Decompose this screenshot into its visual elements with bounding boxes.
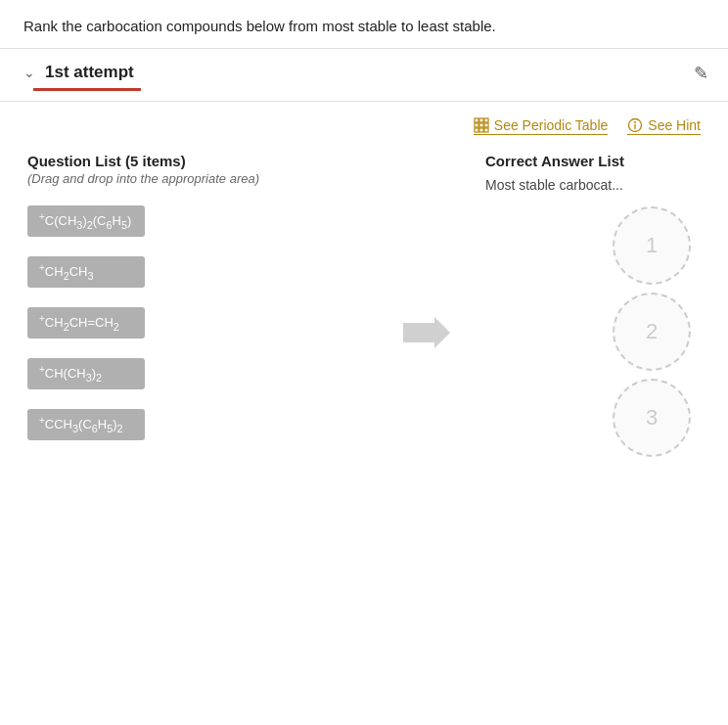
edit-icon[interactable]: ✎ (694, 63, 708, 84)
svg-rect-0 (475, 118, 478, 122)
compound-item-4[interactable]: +CH(CH3)2 (27, 358, 145, 389)
attempt-chevron-icon[interactable]: ⌄ (23, 65, 35, 80)
correct-answer-title: Correct Answer List (485, 153, 701, 169)
attempt-title: 1st attempt (45, 63, 134, 82)
left-panel: Question List (5 items) (Drag and drop i… (27, 153, 368, 457)
question-list-title: Question List (5 items) (27, 153, 368, 169)
svg-rect-4 (479, 123, 483, 127)
svg-rect-5 (484, 123, 488, 127)
compound-item-2[interactable]: +CH2CH3 (27, 256, 145, 288)
periodic-table-icon (474, 117, 489, 133)
svg-rect-2 (484, 118, 488, 122)
arrow-container (387, 153, 466, 457)
svg-rect-8 (484, 128, 488, 132)
compound-wrapper-3: +CH2CH=CH2 (27, 307, 368, 339)
compound-wrapper-4: +CH(CH3)2 (27, 358, 368, 389)
instruction-text: Rank the carbocation compounds below fro… (0, 0, 728, 49)
periodic-table-label: See Periodic Table (494, 117, 608, 133)
hint-button[interactable]: See Hint (627, 117, 701, 135)
attempt-underline (33, 88, 141, 91)
svg-rect-7 (479, 128, 483, 132)
question-list-subtitle: (Drag and drop into the appropriate area… (27, 171, 368, 186)
drop-zone-1-number: 1 (646, 233, 658, 258)
svg-point-10 (634, 121, 636, 123)
drop-zone-3[interactable]: 3 (613, 379, 691, 457)
drop-zone-1[interactable]: 1 (613, 206, 691, 285)
right-panel: Correct Answer List Most stable carbocat… (485, 153, 701, 457)
svg-rect-3 (475, 123, 478, 127)
hint-label: See Hint (648, 117, 701, 133)
compound-wrapper-2: +CH2CH3 (27, 256, 368, 288)
svg-marker-12 (403, 317, 450, 348)
compound-wrapper-1: +C(CH3)2(C6H5) (27, 205, 368, 237)
compound-items-list: +C(CH3)2(C6H5) +CH2CH3 +CH2CH=CH2 +CH(CH… (27, 205, 368, 444)
compound-item-3[interactable]: +CH2CH=CH2 (27, 307, 145, 339)
drop-zone-2-number: 2 (646, 319, 658, 344)
periodic-table-button[interactable]: See Periodic Table (474, 117, 608, 135)
compound-item-1[interactable]: +C(CH3)2(C6H5) (27, 205, 145, 237)
svg-rect-1 (479, 118, 483, 122)
most-stable-label: Most stable carbocat... (485, 177, 701, 193)
drop-zone-2[interactable]: 2 (613, 293, 691, 371)
compound-item-5[interactable]: +CCH3(C6H5)2 (27, 409, 145, 440)
svg-rect-6 (475, 128, 478, 132)
drag-arrow-icon (403, 311, 450, 358)
drop-zone-3-number: 3 (646, 405, 658, 430)
toolbar: See Periodic Table See Hint (0, 102, 728, 143)
hint-icon (627, 117, 643, 133)
content-area: Question List (5 items) (Drag and drop i… (0, 143, 728, 476)
drop-zones-container: 1 2 3 (485, 206, 701, 457)
compound-wrapper-5: +CCH3(C6H5)2 (27, 409, 368, 440)
